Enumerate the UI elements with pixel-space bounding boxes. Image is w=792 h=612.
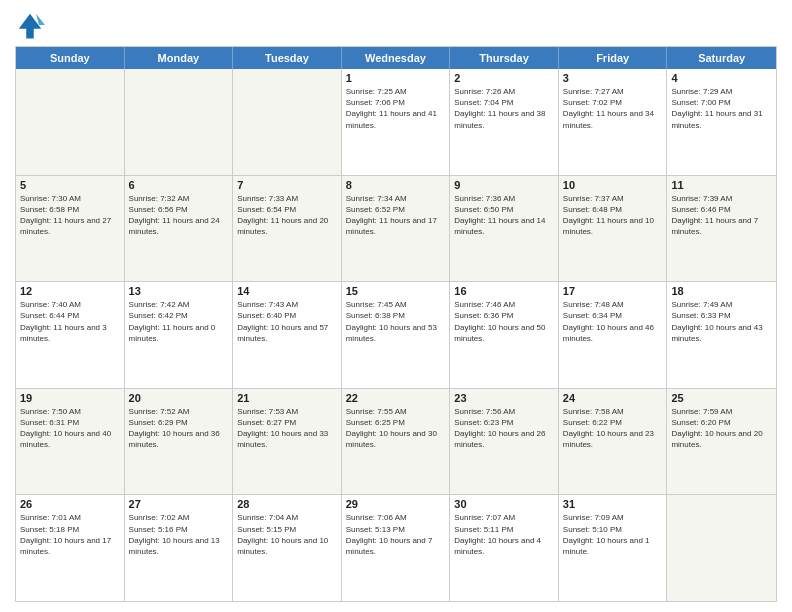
logo-icon bbox=[15, 10, 45, 40]
header-sunday: Sunday bbox=[16, 47, 125, 69]
day-cell-3: 3Sunrise: 7:27 AM Sunset: 7:02 PM Daylig… bbox=[559, 69, 668, 175]
svg-marker-1 bbox=[36, 14, 45, 25]
day-info: Sunrise: 7:33 AM Sunset: 6:54 PM Dayligh… bbox=[237, 193, 337, 238]
header-tuesday: Tuesday bbox=[233, 47, 342, 69]
day-info: Sunrise: 7:42 AM Sunset: 6:42 PM Dayligh… bbox=[129, 299, 229, 344]
day-number: 15 bbox=[346, 285, 446, 297]
day-cell-19: 19Sunrise: 7:50 AM Sunset: 6:31 PM Dayli… bbox=[16, 389, 125, 495]
day-cell-26: 26Sunrise: 7:01 AM Sunset: 5:18 PM Dayli… bbox=[16, 495, 125, 601]
day-cell-4: 4Sunrise: 7:29 AM Sunset: 7:00 PM Daylig… bbox=[667, 69, 776, 175]
day-cell-30: 30Sunrise: 7:07 AM Sunset: 5:11 PM Dayli… bbox=[450, 495, 559, 601]
day-number: 23 bbox=[454, 392, 554, 404]
day-cell-27: 27Sunrise: 7:02 AM Sunset: 5:16 PM Dayli… bbox=[125, 495, 234, 601]
day-number: 2 bbox=[454, 72, 554, 84]
page: SundayMondayTuesdayWednesdayThursdayFrid… bbox=[0, 0, 792, 612]
day-cell-22: 22Sunrise: 7:55 AM Sunset: 6:25 PM Dayli… bbox=[342, 389, 451, 495]
day-info: Sunrise: 7:27 AM Sunset: 7:02 PM Dayligh… bbox=[563, 86, 663, 131]
day-number: 25 bbox=[671, 392, 772, 404]
day-cell-31: 31Sunrise: 7:09 AM Sunset: 5:10 PM Dayli… bbox=[559, 495, 668, 601]
day-number: 24 bbox=[563, 392, 663, 404]
header-friday: Friday bbox=[559, 47, 668, 69]
day-number: 4 bbox=[671, 72, 772, 84]
day-cell-18: 18Sunrise: 7:49 AM Sunset: 6:33 PM Dayli… bbox=[667, 282, 776, 388]
day-info: Sunrise: 7:04 AM Sunset: 5:15 PM Dayligh… bbox=[237, 512, 337, 557]
day-cell-6: 6Sunrise: 7:32 AM Sunset: 6:56 PM Daylig… bbox=[125, 176, 234, 282]
day-number: 12 bbox=[20, 285, 120, 297]
day-info: Sunrise: 7:30 AM Sunset: 6:58 PM Dayligh… bbox=[20, 193, 120, 238]
empty-cell bbox=[667, 495, 776, 601]
day-cell-14: 14Sunrise: 7:43 AM Sunset: 6:40 PM Dayli… bbox=[233, 282, 342, 388]
day-info: Sunrise: 7:07 AM Sunset: 5:11 PM Dayligh… bbox=[454, 512, 554, 557]
day-number: 17 bbox=[563, 285, 663, 297]
day-info: Sunrise: 7:36 AM Sunset: 6:50 PM Dayligh… bbox=[454, 193, 554, 238]
header-wednesday: Wednesday bbox=[342, 47, 451, 69]
day-info: Sunrise: 7:58 AM Sunset: 6:22 PM Dayligh… bbox=[563, 406, 663, 451]
day-number: 10 bbox=[563, 179, 663, 191]
day-number: 26 bbox=[20, 498, 120, 510]
logo bbox=[15, 10, 49, 40]
day-number: 5 bbox=[20, 179, 120, 191]
day-info: Sunrise: 7:46 AM Sunset: 6:36 PM Dayligh… bbox=[454, 299, 554, 344]
calendar-week-4: 26Sunrise: 7:01 AM Sunset: 5:18 PM Dayli… bbox=[16, 494, 776, 601]
day-number: 14 bbox=[237, 285, 337, 297]
calendar-week-3: 19Sunrise: 7:50 AM Sunset: 6:31 PM Dayli… bbox=[16, 388, 776, 495]
day-number: 19 bbox=[20, 392, 120, 404]
day-info: Sunrise: 7:53 AM Sunset: 6:27 PM Dayligh… bbox=[237, 406, 337, 451]
day-info: Sunrise: 7:50 AM Sunset: 6:31 PM Dayligh… bbox=[20, 406, 120, 451]
day-info: Sunrise: 7:09 AM Sunset: 5:10 PM Dayligh… bbox=[563, 512, 663, 557]
day-number: 7 bbox=[237, 179, 337, 191]
day-info: Sunrise: 7:02 AM Sunset: 5:16 PM Dayligh… bbox=[129, 512, 229, 557]
day-cell-29: 29Sunrise: 7:06 AM Sunset: 5:13 PM Dayli… bbox=[342, 495, 451, 601]
day-info: Sunrise: 7:48 AM Sunset: 6:34 PM Dayligh… bbox=[563, 299, 663, 344]
day-number: 8 bbox=[346, 179, 446, 191]
calendar-header: SundayMondayTuesdayWednesdayThursdayFrid… bbox=[16, 47, 776, 69]
day-info: Sunrise: 7:06 AM Sunset: 5:13 PM Dayligh… bbox=[346, 512, 446, 557]
header-monday: Monday bbox=[125, 47, 234, 69]
day-cell-8: 8Sunrise: 7:34 AM Sunset: 6:52 PM Daylig… bbox=[342, 176, 451, 282]
day-info: Sunrise: 7:37 AM Sunset: 6:48 PM Dayligh… bbox=[563, 193, 663, 238]
day-number: 16 bbox=[454, 285, 554, 297]
day-number: 22 bbox=[346, 392, 446, 404]
day-cell-12: 12Sunrise: 7:40 AM Sunset: 6:44 PM Dayli… bbox=[16, 282, 125, 388]
day-info: Sunrise: 7:25 AM Sunset: 7:06 PM Dayligh… bbox=[346, 86, 446, 131]
calendar-week-0: 1Sunrise: 7:25 AM Sunset: 7:06 PM Daylig… bbox=[16, 69, 776, 175]
calendar-week-1: 5Sunrise: 7:30 AM Sunset: 6:58 PM Daylig… bbox=[16, 175, 776, 282]
day-number: 28 bbox=[237, 498, 337, 510]
day-cell-25: 25Sunrise: 7:59 AM Sunset: 6:20 PM Dayli… bbox=[667, 389, 776, 495]
day-number: 3 bbox=[563, 72, 663, 84]
day-info: Sunrise: 7:34 AM Sunset: 6:52 PM Dayligh… bbox=[346, 193, 446, 238]
calendar-week-2: 12Sunrise: 7:40 AM Sunset: 6:44 PM Dayli… bbox=[16, 281, 776, 388]
day-info: Sunrise: 7:59 AM Sunset: 6:20 PM Dayligh… bbox=[671, 406, 772, 451]
day-info: Sunrise: 7:56 AM Sunset: 6:23 PM Dayligh… bbox=[454, 406, 554, 451]
day-info: Sunrise: 7:43 AM Sunset: 6:40 PM Dayligh… bbox=[237, 299, 337, 344]
day-cell-16: 16Sunrise: 7:46 AM Sunset: 6:36 PM Dayli… bbox=[450, 282, 559, 388]
day-cell-17: 17Sunrise: 7:48 AM Sunset: 6:34 PM Dayli… bbox=[559, 282, 668, 388]
empty-cell bbox=[16, 69, 125, 175]
empty-cell bbox=[125, 69, 234, 175]
day-number: 31 bbox=[563, 498, 663, 510]
day-number: 29 bbox=[346, 498, 446, 510]
day-number: 30 bbox=[454, 498, 554, 510]
day-cell-13: 13Sunrise: 7:42 AM Sunset: 6:42 PM Dayli… bbox=[125, 282, 234, 388]
day-cell-21: 21Sunrise: 7:53 AM Sunset: 6:27 PM Dayli… bbox=[233, 389, 342, 495]
day-info: Sunrise: 7:52 AM Sunset: 6:29 PM Dayligh… bbox=[129, 406, 229, 451]
day-cell-7: 7Sunrise: 7:33 AM Sunset: 6:54 PM Daylig… bbox=[233, 176, 342, 282]
day-cell-11: 11Sunrise: 7:39 AM Sunset: 6:46 PM Dayli… bbox=[667, 176, 776, 282]
day-info: Sunrise: 7:32 AM Sunset: 6:56 PM Dayligh… bbox=[129, 193, 229, 238]
day-info: Sunrise: 7:26 AM Sunset: 7:04 PM Dayligh… bbox=[454, 86, 554, 131]
day-cell-1: 1Sunrise: 7:25 AM Sunset: 7:06 PM Daylig… bbox=[342, 69, 451, 175]
day-number: 1 bbox=[346, 72, 446, 84]
day-number: 18 bbox=[671, 285, 772, 297]
day-cell-2: 2Sunrise: 7:26 AM Sunset: 7:04 PM Daylig… bbox=[450, 69, 559, 175]
day-cell-9: 9Sunrise: 7:36 AM Sunset: 6:50 PM Daylig… bbox=[450, 176, 559, 282]
day-cell-23: 23Sunrise: 7:56 AM Sunset: 6:23 PM Dayli… bbox=[450, 389, 559, 495]
day-cell-28: 28Sunrise: 7:04 AM Sunset: 5:15 PM Dayli… bbox=[233, 495, 342, 601]
day-number: 21 bbox=[237, 392, 337, 404]
day-cell-24: 24Sunrise: 7:58 AM Sunset: 6:22 PM Dayli… bbox=[559, 389, 668, 495]
day-cell-10: 10Sunrise: 7:37 AM Sunset: 6:48 PM Dayli… bbox=[559, 176, 668, 282]
day-number: 13 bbox=[129, 285, 229, 297]
header-saturday: Saturday bbox=[667, 47, 776, 69]
day-number: 9 bbox=[454, 179, 554, 191]
day-info: Sunrise: 7:55 AM Sunset: 6:25 PM Dayligh… bbox=[346, 406, 446, 451]
day-info: Sunrise: 7:40 AM Sunset: 6:44 PM Dayligh… bbox=[20, 299, 120, 344]
